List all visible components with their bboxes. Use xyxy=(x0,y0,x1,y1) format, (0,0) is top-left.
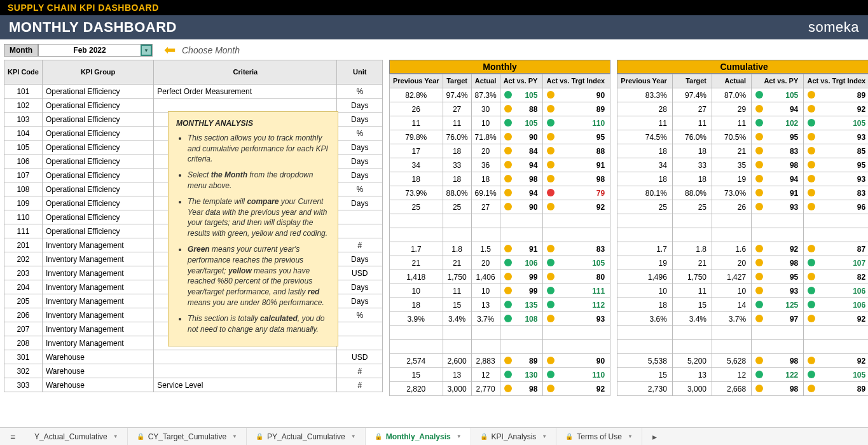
unit-cell xyxy=(337,210,383,224)
table-row[interactable]: 5,5385,2005,6289892 xyxy=(617,354,868,368)
table-row[interactable]: 2627308889 xyxy=(390,102,610,116)
col-criteria: Criteria xyxy=(154,60,337,85)
status-dot-icon xyxy=(547,259,555,266)
table-row[interactable]: 10111093106 xyxy=(617,284,868,298)
kpi-group-cell: Inventory Management xyxy=(42,266,153,280)
table-row[interactable]: 83.3%97.4%87.0%10589 xyxy=(617,88,868,102)
table-row[interactable]: 82.8%97.4%87.3%10590 xyxy=(390,88,610,102)
table-row[interactable]: 19212098107 xyxy=(617,256,868,270)
table-row[interactable]: 181513135112 xyxy=(390,298,610,312)
unit-cell: % xyxy=(337,127,383,140)
status-dot-icon xyxy=(547,357,555,364)
table-row[interactable]: 301WarehouseUSD xyxy=(4,350,383,364)
table-row[interactable]: 1.71.81.69287 xyxy=(617,242,868,256)
kpi-code-cell: 203 xyxy=(4,266,43,280)
target-cell: 33 xyxy=(672,158,712,172)
status-dot-icon xyxy=(504,287,512,294)
index-cell xyxy=(752,214,804,228)
py-cell: 1,418 xyxy=(390,270,443,284)
py-cell xyxy=(617,340,673,354)
table-row[interactable] xyxy=(617,340,868,354)
index-cell: 89 xyxy=(500,354,543,368)
index-cell: 106 xyxy=(500,256,543,270)
index-cell: 91 xyxy=(500,242,543,256)
table-row[interactable]: 302Warehouse# xyxy=(4,364,383,378)
table-row[interactable]: 181514125106 xyxy=(617,298,868,312)
kpi-code-cell: 102 xyxy=(4,99,43,113)
table-row[interactable] xyxy=(390,340,610,354)
table-row[interactable]: 101Operational EfficiencyPerfect Order M… xyxy=(4,85,383,99)
status-dot-icon xyxy=(755,287,763,294)
table-row[interactable]: 111110105110 xyxy=(390,116,610,130)
table-row[interactable]: 1,4961,7501,4279582 xyxy=(617,270,868,284)
table-row[interactable]: 102Operational EfficiencyDays xyxy=(4,99,383,113)
status-dot-icon xyxy=(547,273,555,280)
table-row[interactable]: 1818199493 xyxy=(617,172,868,186)
status-dot-icon xyxy=(547,91,555,99)
table-row[interactable] xyxy=(617,228,868,242)
status-dot-icon xyxy=(547,315,555,322)
index-cell: 98 xyxy=(500,172,543,186)
actual-cell xyxy=(712,326,751,340)
table-row[interactable]: 74.5%76.0%70.5%9593 xyxy=(617,130,868,144)
index-cell: 92 xyxy=(752,242,804,256)
index-cell xyxy=(543,228,610,242)
kpi-code-cell: 111 xyxy=(4,224,43,238)
unit-cell: % xyxy=(337,308,383,322)
index-cell: 105 xyxy=(804,368,868,382)
table-row[interactable]: 151312130110 xyxy=(390,368,610,382)
table-row[interactable]: 79.8%76.0%71.8%9095 xyxy=(390,130,610,144)
status-dot-icon xyxy=(808,301,815,308)
py-cell: 15 xyxy=(390,368,443,382)
chevron-down-icon[interactable]: ▼ xyxy=(141,44,152,56)
table-row[interactable]: 3433359895 xyxy=(617,158,868,172)
py-cell xyxy=(390,228,443,242)
py-cell: 18 xyxy=(390,172,443,186)
table-row[interactable]: 10111099111 xyxy=(390,284,610,298)
table-row[interactable]: 111111102105 xyxy=(617,116,868,130)
status-dot-icon xyxy=(808,189,815,196)
table-row[interactable]: 1818189898 xyxy=(390,172,610,186)
py-cell: 18 xyxy=(617,298,673,312)
index-cell: 79 xyxy=(543,186,610,200)
status-dot-icon xyxy=(755,161,763,168)
table-row[interactable]: 2,8203,0002,7709892 xyxy=(390,382,610,396)
table-row[interactable]: 212120106105 xyxy=(390,256,610,270)
table-row[interactable]: 73.9%88.0%69.1%9479 xyxy=(390,186,610,200)
table-row[interactable]: 1,4181,7501,4069980 xyxy=(390,270,610,284)
table-row[interactable] xyxy=(390,326,610,340)
actual-cell: 14 xyxy=(712,298,751,312)
py-cell xyxy=(617,214,673,228)
kpi-code-cell: 202 xyxy=(4,252,43,266)
index-cell xyxy=(752,326,804,340)
table-row[interactable]: 2827299492 xyxy=(617,102,868,116)
month-select[interactable]: Feb 2022 ▼ xyxy=(38,44,153,57)
table-row[interactable] xyxy=(617,326,868,340)
table-row[interactable]: 3.6%3.4%3.7%9792 xyxy=(617,312,868,326)
index-cell: 97 xyxy=(752,312,804,326)
table-row[interactable] xyxy=(390,214,610,228)
col-target-c: Target xyxy=(672,74,712,88)
table-row[interactable]: 1.71.81.59183 xyxy=(390,242,610,256)
table-row[interactable]: 2,7303,0002,6689889 xyxy=(617,382,868,396)
table-row[interactable]: 3433369491 xyxy=(390,158,610,172)
index-cell: 98 xyxy=(543,172,610,186)
unit-cell: Days xyxy=(337,113,383,127)
target-cell: 27 xyxy=(672,102,712,116)
table-row[interactable]: 80.1%88.0%73.0%9183 xyxy=(617,186,868,200)
table-row[interactable]: 3.9%3.4%3.7%10893 xyxy=(390,312,610,326)
index-cell xyxy=(804,340,868,354)
index-cell: 94 xyxy=(752,102,804,116)
table-row[interactable]: 2,5742,6002,8838990 xyxy=(390,354,610,368)
table-row[interactable]: 151312122105 xyxy=(617,368,868,382)
status-dot-icon xyxy=(755,301,763,308)
actual-cell: 10 xyxy=(471,284,500,298)
py-cell: 15 xyxy=(617,368,673,382)
table-row[interactable]: 2525279092 xyxy=(390,200,610,214)
table-row[interactable] xyxy=(617,214,868,228)
table-row[interactable]: 303WarehouseService Level# xyxy=(4,378,383,392)
table-row[interactable]: 2525269396 xyxy=(617,200,868,214)
table-row[interactable] xyxy=(390,228,610,242)
table-row[interactable]: 1718208488 xyxy=(390,144,610,158)
table-row[interactable]: 1818218385 xyxy=(617,144,868,158)
